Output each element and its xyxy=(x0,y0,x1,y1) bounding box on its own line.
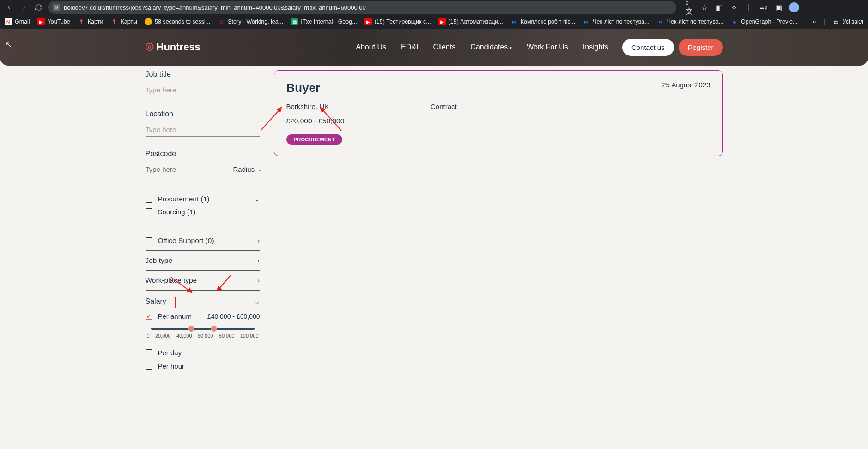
bookmark-item[interactable]: ◆OpenGraph - Previe... xyxy=(731,18,797,25)
back-button[interactable] xyxy=(4,2,15,13)
chevron-down-icon[interactable]: ⌄ xyxy=(254,297,260,306)
browser-chrome: ⚙ bolddev7.co.uk/huntress/jobs?salary_ty… xyxy=(0,0,868,29)
bookmark-item[interactable]: ▶(15) Автоматизаци... xyxy=(438,18,503,25)
extension-icon-1[interactable]: ◧ xyxy=(715,3,723,12)
radius-select[interactable]: Radius⌄ xyxy=(233,165,264,176)
postcode-label: Postcode xyxy=(146,150,260,158)
bookmark-item[interactable]: ⧓Комплекс робіт піс... xyxy=(510,18,575,25)
filter-procurement-row[interactable]: Procurement (1) ⌄ xyxy=(146,189,260,205)
hero-header: ⦾ Huntress About Us ED&I Clients Candida… xyxy=(0,29,868,66)
filter-sourcing-row[interactable]: Sourcing (1) xyxy=(146,205,260,218)
nav-insights[interactable]: Insights xyxy=(583,43,608,51)
main-nav: About Us ED&I Clients Candidates▾ Work F… xyxy=(356,43,608,51)
extensions-icon[interactable]: ⟐ xyxy=(730,3,738,12)
job-date: 25 August 2023 xyxy=(662,81,710,89)
bookmark-item[interactable]: ▶YouTube xyxy=(37,18,70,25)
bookmark-item[interactable]: ⧓Чек-ліст по тестува... xyxy=(583,18,649,25)
checkbox-icon[interactable] xyxy=(146,196,152,203)
bookmark-item[interactable]: ▶(15) Тестировщик с... xyxy=(364,18,431,25)
slider-max-handle[interactable] xyxy=(211,326,217,332)
checkbox-icon[interactable] xyxy=(146,208,152,215)
checkbox-icon[interactable] xyxy=(146,349,152,356)
nav-candidates[interactable]: Candidates▾ xyxy=(470,43,512,51)
per-day-row[interactable]: Per day xyxy=(146,346,260,359)
filter-job-title: Job title xyxy=(146,70,260,97)
bookmark-item[interactable]: SStory - Working, lea... xyxy=(218,18,283,25)
profile-avatar[interactable] xyxy=(789,2,799,12)
location-input[interactable] xyxy=(146,123,260,137)
forward-button[interactable] xyxy=(18,2,30,13)
filter-job-type[interactable]: Job type › xyxy=(146,251,260,271)
job-tag: PROCUREMENT xyxy=(286,134,342,145)
job-title: Buyer xyxy=(286,81,710,95)
location-label: Location xyxy=(146,110,260,118)
logo-text: Huntress xyxy=(157,41,200,53)
site-settings-icon[interactable]: ⚙ xyxy=(53,4,60,11)
bookmark-item[interactable]: ⧓Чек-ліст по тестува... xyxy=(657,18,723,25)
bookmark-item[interactable]: 📍Карти xyxy=(78,18,103,25)
filter-location: Location xyxy=(146,110,260,137)
checkbox-icon[interactable] xyxy=(146,363,152,370)
chevron-right-icon: › xyxy=(257,237,260,245)
checkbox-checked-icon[interactable] xyxy=(146,313,152,320)
filter-workplace-type[interactable]: Work-place type › xyxy=(146,271,260,291)
playlist-icon[interactable]: ≡♪ xyxy=(759,3,768,12)
nav-work[interactable]: Work For Us xyxy=(527,43,568,51)
bookmark-item[interactable]: 58 seconds to sessi... xyxy=(145,18,210,25)
chevron-down-icon: ⌄ xyxy=(257,165,263,173)
all-bookmarks[interactable]: 🗀Усі закл xyxy=(832,18,863,25)
register-button[interactable]: Register xyxy=(679,39,723,56)
filter-office-support[interactable]: Office Support (0) › xyxy=(146,231,260,251)
chevron-down-icon: ▾ xyxy=(510,45,512,50)
job-card[interactable]: Buyer 25 August 2023 Berkshire, UK Contr… xyxy=(274,70,723,156)
nav-about[interactable]: About Us xyxy=(356,43,386,51)
browser-toolbar: ⚙ bolddev7.co.uk/huntress/jobs?salary_ty… xyxy=(0,0,868,15)
filters-sidebar: Job title Location Postcode Radius⌄ Proc… xyxy=(146,70,260,382)
per-hour-row[interactable]: Per hour xyxy=(146,359,260,373)
slider-min-handle[interactable] xyxy=(188,326,194,332)
page-content: Job title Location Postcode Radius⌄ Proc… xyxy=(141,66,728,401)
nav-eddi[interactable]: ED&I xyxy=(401,43,418,51)
slider-ticks: 0 20,000 40,000 60,000 80,000 100,000 xyxy=(146,333,260,339)
contact-button[interactable]: Contact us xyxy=(622,39,674,56)
bookmark-item[interactable]: ▦ITхе Internal - Goog... xyxy=(291,18,357,25)
job-location: Berkshire, UK xyxy=(286,103,329,110)
url-text: bolddev7.co.uk/huntress/jobs?salary_type… xyxy=(64,4,366,11)
translate-icon[interactable]: ⠇文 xyxy=(686,3,694,12)
salary-range-value: £40,000 - £60,000 xyxy=(207,313,260,320)
salary-slider[interactable] xyxy=(146,326,260,331)
chevron-right-icon: › xyxy=(257,256,260,265)
postcode-input[interactable] xyxy=(146,163,233,176)
chevron-down-icon: ⌄ xyxy=(254,195,260,203)
bookmarks-overflow[interactable]: » xyxy=(813,18,816,25)
results-list: Buyer 25 August 2023 Berkshire, UK Contr… xyxy=(274,70,723,382)
checkbox-icon[interactable] xyxy=(146,237,152,244)
bookmarks-bar: MGmail ▶YouTube 📍Карти 📍Карты 58 seconds… xyxy=(0,15,868,29)
chevron-right-icon: › xyxy=(257,276,260,285)
job-title-input[interactable] xyxy=(146,83,260,97)
nav-clients[interactable]: Clients xyxy=(433,43,455,51)
job-type: Contract xyxy=(431,103,457,110)
per-annum-row[interactable]: Per annum xyxy=(146,312,192,320)
star-icon[interactable]: ☆ xyxy=(700,3,709,12)
panel-icon[interactable]: ▣ xyxy=(774,3,783,12)
divider: | xyxy=(745,3,753,12)
job-salary: £20,000 - £50,000 xyxy=(286,117,710,125)
filter-salary: Salary ⌄ Per annum £40,000 - £60,000 0 2… xyxy=(146,291,260,382)
browser-actions: ⠇文 ☆ ◧ ⟐ | ≡♪ ▣ xyxy=(686,2,802,12)
site-logo[interactable]: ⦾ Huntress xyxy=(146,41,200,53)
salary-label: Salary xyxy=(146,297,166,306)
job-title-label: Job title xyxy=(146,70,260,79)
bookmark-item[interactable]: MGmail xyxy=(5,18,30,25)
bookmark-item[interactable]: 📍Карты xyxy=(110,18,137,25)
url-bar[interactable]: ⚙ bolddev7.co.uk/huntress/jobs?salary_ty… xyxy=(48,1,676,14)
svg-line-0 xyxy=(261,108,281,131)
logo-icon: ⦾ xyxy=(146,41,154,53)
filter-postcode: Postcode Radius⌄ xyxy=(146,150,260,176)
reload-button[interactable] xyxy=(33,2,44,13)
